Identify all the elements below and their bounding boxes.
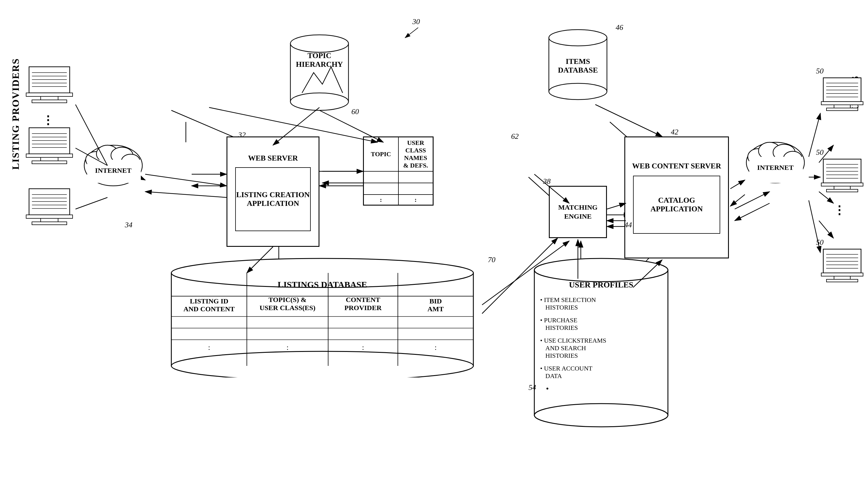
svg-point-126: [534, 404, 668, 427]
listings-database-db: LISTINGS DATABASE LISTING ID AND CONTENT…: [163, 256, 482, 377]
topic-col-header: TOPIC: [364, 137, 399, 172]
svg-rect-93: [821, 273, 863, 276]
svg-text:DATABASE: DATABASE: [558, 66, 598, 74]
svg-text:• USER ACCOUNT: • USER ACCOUNT: [540, 365, 593, 372]
user-computer-1: [819, 76, 865, 113]
svg-line-160: [405, 28, 418, 38]
svg-text:• USE CLICKSTREAMS: • USE CLICKSTREAMS: [540, 337, 606, 344]
svg-text:HISTORIES: HISTORIES: [545, 304, 578, 311]
svg-point-59: [290, 93, 348, 110]
table-row: [399, 171, 433, 183]
svg-text::: :: [434, 343, 436, 352]
svg-point-125: [534, 258, 668, 282]
svg-text:ITEMS: ITEMS: [566, 57, 590, 66]
svg-text:LISTINGS DATABASE: LISTINGS DATABASE: [278, 280, 367, 289]
svg-rect-84: [821, 183, 863, 186]
svg-rect-75: [821, 102, 863, 105]
internet-left-cloud: INTERNET: [81, 139, 145, 192]
listing-provider-computer-3: [23, 186, 76, 227]
svg-text:HIERARCHY: HIERARCHY: [296, 60, 343, 68]
svg-text:AMT: AMT: [428, 305, 444, 313]
svg-rect-26: [32, 100, 67, 103]
catalog-application-box: CATALOG APPLICATION: [633, 176, 720, 234]
svg-text:INTERNET: INTERNET: [757, 164, 793, 171]
table-dots: :: [399, 195, 433, 205]
svg-line-152: [595, 105, 662, 137]
svg-rect-76: [834, 105, 850, 108]
ref-50a: 50: [816, 67, 823, 76]
ref-42: 42: [671, 128, 678, 137]
ref-62: 62: [511, 132, 519, 141]
userclass-col-header: USER CLASS NAMES & DEFS.: [399, 137, 433, 172]
ref-38: 38: [543, 177, 551, 186]
ref-44: 44: [624, 221, 632, 229]
matching-engine-title: MATCHING ENGINE: [550, 202, 606, 222]
svg-rect-77: [827, 108, 858, 111]
svg-text:HISTORIES: HISTORIES: [545, 324, 578, 331]
svg-text:TOPIC(S) &: TOPIC(S) &: [269, 296, 307, 304]
table-row: [364, 183, 399, 195]
topic-hierarchy-db: TOPIC HIERARCHY: [285, 29, 354, 116]
svg-text:• PURCHASE: • PURCHASE: [540, 317, 577, 324]
svg-text:PROVIDER: PROVIDER: [344, 304, 382, 312]
web-content-server-title: WEB CONTENT SERVER: [630, 159, 723, 173]
items-database-db: ITEMS DATABASE: [543, 23, 613, 105]
svg-rect-32: [29, 128, 70, 154]
svg-text:AND SEARCH: AND SEARCH: [545, 344, 586, 352]
ref-70: 70: [488, 256, 495, 264]
svg-line-17: [735, 203, 770, 221]
listing-creation-app-box: LISTING CREATION APPLICATION: [235, 167, 311, 231]
svg-text:• ITEM SELECTION: • ITEM SELECTION: [540, 296, 596, 304]
user-computer-3: [819, 247, 865, 285]
svg-point-64: [549, 83, 607, 99]
svg-line-153: [730, 180, 745, 189]
svg-rect-33: [26, 154, 73, 157]
svg-text:BID: BID: [430, 297, 442, 305]
svg-rect-83: [823, 159, 861, 183]
svg-point-63: [549, 30, 607, 46]
svg-line-141: [145, 174, 227, 186]
topic-userclass-table: TOPIC USER CLASS NAMES & DEFS. ::: [363, 137, 434, 206]
svg-text:LISTING ID: LISTING ID: [190, 297, 229, 305]
users-ellipsis: ⋮: [834, 203, 845, 217]
listing-providers-label: LISTING PROVIDERS: [9, 58, 23, 170]
svg-text::: :: [286, 343, 288, 352]
web-server-box: WEB SERVER LISTING CREATION APPLICATION: [227, 137, 319, 247]
svg-line-16: [735, 192, 770, 209]
svg-text::: :: [208, 343, 210, 352]
svg-rect-42: [26, 215, 73, 218]
svg-line-150: [607, 203, 626, 209]
svg-rect-86: [827, 189, 858, 192]
svg-text:USER CLASS(ES): USER CLASS(ES): [260, 304, 316, 312]
svg-text:TOPIC: TOPIC: [308, 51, 331, 60]
ref-50b: 50: [816, 148, 823, 157]
ref-30: 30: [412, 18, 420, 26]
ref-50c: 50: [816, 238, 823, 247]
ref-60: 60: [351, 108, 359, 116]
svg-rect-35: [32, 161, 67, 164]
svg-point-103: [171, 351, 473, 377]
ref-32: 32: [238, 131, 246, 139]
svg-rect-95: [827, 279, 858, 282]
listing-provider-computer-2: [23, 125, 76, 166]
web-server-title: WEB SERVER: [246, 152, 300, 164]
svg-rect-44: [32, 222, 67, 225]
svg-text:DATA: DATA: [545, 372, 562, 379]
svg-rect-41: [29, 189, 70, 215]
svg-line-20: [819, 221, 834, 238]
providers-ellipsis: ⋮: [42, 113, 54, 127]
svg-rect-94: [834, 276, 850, 279]
ref-34: 34: [125, 221, 133, 229]
table-row: [364, 171, 399, 183]
svg-point-58: [290, 35, 348, 52]
matching-engine-box: MATCHING ENGINE: [549, 186, 607, 238]
svg-text:CONTENT: CONTENT: [346, 296, 380, 304]
svg-rect-74: [823, 78, 861, 102]
ref-54: 54: [528, 383, 536, 392]
svg-text:AND CONTENT: AND CONTENT: [183, 305, 235, 313]
svg-text:•: •: [546, 384, 549, 393]
table-row: [399, 183, 433, 195]
svg-line-140: [76, 197, 108, 209]
svg-rect-34: [41, 157, 58, 161]
svg-rect-23: [29, 67, 70, 93]
